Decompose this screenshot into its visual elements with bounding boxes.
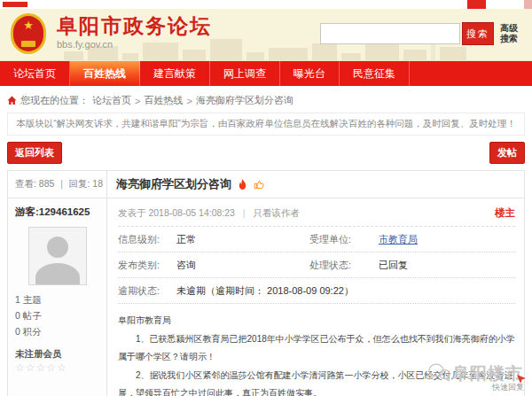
thread-header: 查看: 885 ｜ 回复: 18 海亮御府学区划分咨询 <box>8 171 524 198</box>
emblem-gate <box>21 41 35 47</box>
national-emblem-logo: ★ <box>11 13 46 54</box>
skyline-block <box>210 39 242 60</box>
breadcrumb-separator: > <box>186 96 192 106</box>
breadcrumb-separator: > <box>135 96 140 106</box>
board-notice: 本版块以“解决网友诉求，共建和谐阜阳”为宗旨，由百家政府单位信息员在线解决百姓的… <box>7 113 525 136</box>
nav-item-exposure[interactable]: 曝光台 <box>280 61 340 86</box>
skyline-block <box>440 47 466 60</box>
floor-label[interactable]: 楼主 <box>495 206 515 220</box>
skyline-block <box>122 53 138 60</box>
info-row: 发布类别: 咨询 处理状态: 已回复 <box>118 252 515 278</box>
search-button[interactable]: 搜索 <box>462 22 494 45</box>
breadcrumb-baixing-hotline[interactable]: 百姓热线 <box>144 94 183 107</box>
skyline-block <box>183 50 206 60</box>
forum-page: ★ 阜阳市政务论坛 bbs.fy.gov.cn 搜索 高级搜索 论坛首页 百姓热… <box>0 0 532 396</box>
nav-item-online-survey[interactable]: 网上调查 <box>210 61 280 86</box>
info-level-label: 信息级别: <box>118 233 176 246</box>
info-level-value: 正常 <box>176 233 309 246</box>
post-paragraph: 阜阳市教育局 <box>118 312 515 330</box>
site-url: bbs.fy.gov.cn <box>57 39 212 50</box>
skyline-block <box>64 51 83 60</box>
artifact-fragment <box>3 2 27 7</box>
search-bar: 搜索 高级搜索 <box>320 22 523 45</box>
site-title: 阜阳市政务论坛 <box>57 14 212 39</box>
wechat-logo-icon <box>427 362 450 385</box>
home-icon <box>7 96 17 105</box>
thread-counts: 查看: 885 ｜ 回复: 18 <box>8 171 107 198</box>
search-input[interactable] <box>320 23 460 44</box>
avatar-body <box>35 263 80 285</box>
member-star-rating: ☆☆☆☆☆ <box>15 361 99 374</box>
breadcrumb-forum-home[interactable]: 论坛首页 <box>92 94 131 107</box>
recommend-icon <box>254 179 264 190</box>
hot-flame-icon <box>238 179 247 190</box>
stat-points: 0 积分 <box>15 324 99 340</box>
info-row: 信息级别: 正常 受理单位: 市教育局 <box>118 227 515 252</box>
breadcrumb: 您现在的位置： 论坛首页 > 百姓热线 > 海亮御府学区划分咨询 <box>7 94 525 107</box>
site-identity: 阜阳市政务论坛 bbs.fy.gov.cn <box>57 14 212 50</box>
emblem-star-icon: ★ <box>23 19 34 31</box>
post-meta-row: 发表于 2018-08-05 14:08:23 | 只看该作者 楼主 <box>118 203 515 227</box>
stat-topics: 1 主题 <box>15 292 99 308</box>
replies-count: 18 <box>92 178 103 189</box>
overdue-status-value: 未逾期（逾期时间： 2018-08-09 09:22） <box>176 284 515 298</box>
info-row: 逾期状态: 未逾期（逾期时间： 2018-08-09 09:22） <box>118 278 515 304</box>
breadcrumb-current: 海亮御府学区划分咨询 <box>196 94 293 107</box>
new-post-button[interactable]: 发帖 <box>489 142 525 164</box>
avatar <box>28 227 87 285</box>
handle-status-value: 已回复 <box>379 259 515 272</box>
back-to-list-button[interactable]: 返回列表 <box>7 142 62 164</box>
breadcrumb-prefix: 您现在的位置： <box>20 94 89 107</box>
stat-posts: 0 帖子 <box>15 308 99 324</box>
views-count: 885 <box>39 178 55 189</box>
author-sidebar: 游客:129461625 1 主题 0 帖子 0 积分 未注册会员 ☆☆☆☆☆ <box>8 198 107 396</box>
views-label: 查看: <box>15 178 36 189</box>
advanced-search-link[interactable]: 高级搜索 <box>500 23 523 44</box>
only-author-link[interactable]: 只看该作者 <box>254 207 301 218</box>
nav-item-baixing-hotline[interactable]: 百姓热线 <box>70 61 140 86</box>
avatar-head <box>47 237 68 258</box>
toolbar: 返回列表 发帖 <box>7 142 525 164</box>
handle-status-label: 处理状态: <box>309 259 379 272</box>
nav-item-opinion-collection[interactable]: 民意征集 <box>340 61 410 86</box>
watermark: 阜阳楼市 快速回复 <box>427 362 527 393</box>
post-paragraph: 1、已获悉颍州区教育局已把2018年中小学学区已公布于众，但怎么也找不到我们海亮… <box>118 330 515 367</box>
post-category-label: 发布类别: <box>118 259 176 272</box>
author-stats: 1 主题 0 帖子 0 积分 <box>15 292 99 340</box>
accepting-unit-label: 受理单位: <box>309 233 379 246</box>
author-name: 游客:129461625 <box>15 206 99 219</box>
nav-item-forum-home[interactable]: 论坛首页 <box>0 61 70 86</box>
member-level: 未注册会员 <box>15 348 99 361</box>
counts-separator: ｜ <box>57 178 66 189</box>
skyline-block <box>312 43 337 60</box>
meta-separator: | <box>243 207 246 218</box>
accepting-unit-link[interactable]: 市教育局 <box>379 233 515 246</box>
replies-label: 回复: <box>69 178 90 189</box>
site-header: ★ 阜阳市政务论坛 bbs.fy.gov.cn 搜索 高级搜索 <box>0 9 532 61</box>
main-nav: 论坛首页 百姓热线 建言献策 网上调查 曝光台 民意征集 <box>0 61 532 86</box>
nav-item-suggestions[interactable]: 建言献策 <box>140 61 210 86</box>
screen-top-artifacts <box>0 0 532 9</box>
thread-title: 海亮御府学区划分咨询 <box>116 176 231 192</box>
post-category-value: 咨询 <box>176 259 309 272</box>
skyline-block <box>403 50 426 60</box>
post-time: 发表于 2018-08-05 14:08:23 <box>118 207 235 218</box>
artifact-fragment <box>467 0 486 9</box>
overdue-status-label: 逾期状态: <box>118 284 176 298</box>
skyline-block <box>269 48 308 60</box>
skyline-block <box>246 52 264 60</box>
thread-title-row: 海亮御府学区划分咨询 <box>107 171 524 198</box>
artifact-fragment <box>524 0 532 9</box>
skyline-block <box>341 53 361 60</box>
